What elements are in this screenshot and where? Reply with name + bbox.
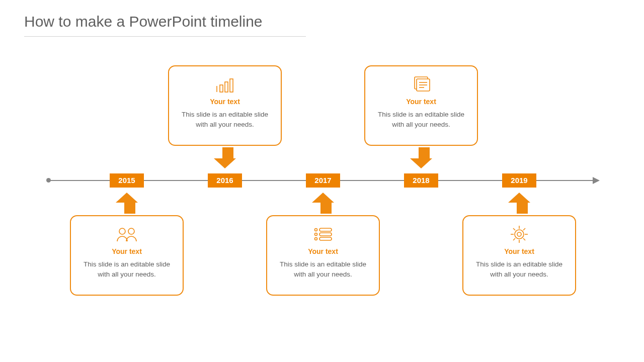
card-desc: This slide is an editable slide with all…: [78, 259, 176, 280]
svg-rect-16: [319, 237, 332, 240]
svg-line-23: [513, 228, 515, 230]
card-label: Your text: [274, 247, 372, 255]
year-marker-2015: 2015: [110, 173, 144, 188]
gear-icon: [470, 223, 568, 245]
svg-point-9: [119, 228, 125, 234]
arrow-up-icon: [514, 193, 530, 214]
card-desc: This slide is an editable slide with all…: [372, 110, 470, 130]
card-label: Your text: [176, 98, 274, 106]
arrow-up-icon: [317, 193, 334, 214]
slide-title: How to make a PowerPoint timeline: [24, 13, 306, 37]
timeline-card-2015: Your text This slide is an editable slid…: [70, 215, 184, 296]
bars-icon: [176, 73, 274, 96]
svg-point-13: [315, 233, 317, 236]
year-marker-2016: 2016: [208, 173, 242, 188]
arrow-down-icon: [416, 147, 432, 168]
people-icon: [78, 223, 176, 245]
svg-point-17: [515, 230, 524, 239]
svg-rect-14: [319, 233, 332, 236]
card-desc: This slide is an editable slide with all…: [274, 259, 372, 280]
timeline-card-2018: Your text This slide is an editable slid…: [364, 65, 478, 146]
timeline-card-2017: Your text This slide is an editable slid…: [266, 215, 380, 296]
svg-rect-1: [220, 85, 223, 92]
timeline-axis-arrowhead: [593, 177, 600, 184]
svg-line-25: [523, 228, 525, 230]
year-marker-2019: 2019: [502, 173, 536, 188]
document-icon: [372, 73, 470, 96]
svg-point-15: [315, 238, 317, 240]
list-icon: [274, 223, 372, 245]
svg-rect-2: [225, 82, 228, 92]
svg-point-11: [315, 229, 317, 231]
year-marker-2018: 2018: [404, 173, 438, 188]
svg-line-26: [513, 238, 515, 240]
svg-point-10: [128, 228, 134, 234]
timeline-card-2019: Your text This slide is an editable slid…: [462, 215, 576, 296]
timeline-card-2016: Your text This slide is an editable slid…: [168, 65, 282, 146]
svg-rect-3: [230, 79, 233, 92]
card-label: Your text: [78, 247, 176, 255]
arrow-down-icon: [219, 147, 236, 168]
card-label: Your text: [470, 247, 568, 255]
card-desc: This slide is an editable slide with all…: [470, 259, 568, 280]
svg-rect-12: [319, 228, 332, 231]
card-label: Your text: [372, 98, 470, 106]
svg-point-18: [517, 232, 521, 236]
arrow-up-icon: [121, 193, 138, 214]
timeline-axis-start-dot: [46, 178, 51, 183]
year-marker-2017: 2017: [306, 173, 340, 188]
svg-line-24: [523, 238, 525, 240]
card-desc: This slide is an editable slide with all…: [176, 110, 274, 130]
